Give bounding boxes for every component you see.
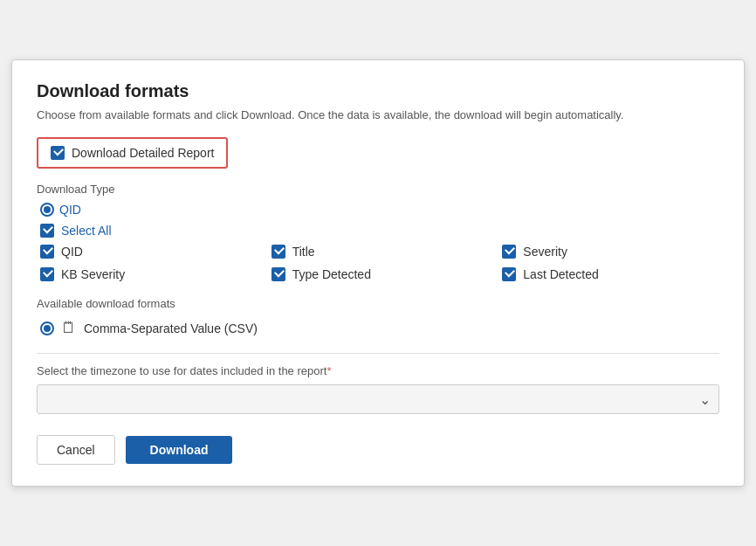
col-severity[interactable]: Severity (502, 245, 719, 259)
col-kb-severity-checkbox[interactable] (40, 267, 54, 281)
col-last-detected[interactable]: Last Detected (502, 267, 719, 281)
download-button[interactable]: Download (126, 436, 233, 464)
cancel-button[interactable]: Cancel (37, 435, 115, 465)
col-title-label: Title (292, 245, 315, 259)
csv-icon: 🗒 (61, 319, 77, 337)
col-type-detected[interactable]: Type Detected (271, 267, 489, 281)
select-all-label[interactable]: Select All (61, 224, 112, 238)
col-title[interactable]: Title (271, 245, 489, 259)
col-qid-checkbox[interactable] (40, 245, 54, 259)
csv-label[interactable]: Comma-Separated Value (CSV) (84, 321, 258, 335)
timezone-select-wrapper[interactable]: UTC America/New_York America/Chicago Ame… (37, 384, 719, 414)
download-detailed-report-checkbox[interactable] (51, 146, 65, 160)
timezone-select[interactable]: UTC America/New_York America/Chicago Ame… (37, 384, 719, 414)
col-type-detected-label: Type Detected (292, 267, 371, 281)
col-qid[interactable]: QID (40, 245, 258, 259)
csv-radio[interactable] (40, 321, 54, 335)
radio-qid[interactable] (40, 203, 54, 217)
columns-grid: QID Title Severity KB Severity Type Dete… (40, 245, 719, 281)
available-formats-label: Available download formats (37, 297, 719, 310)
col-title-checkbox[interactable] (271, 245, 285, 259)
col-last-detected-checkbox[interactable] (502, 267, 516, 281)
col-severity-label: Severity (523, 245, 567, 259)
col-severity-checkbox[interactable] (502, 245, 516, 259)
divider (37, 353, 719, 354)
download-detailed-report-label[interactable]: Download Detailed Report (72, 146, 214, 160)
download-type-label: Download Type (37, 183, 719, 196)
dialog-subtitle: Choose from available formats and click … (37, 108, 719, 121)
col-kb-severity[interactable]: KB Severity (40, 267, 258, 281)
timezone-label: Select the timezone to use for dates inc… (37, 364, 719, 377)
select-all-checkbox[interactable] (40, 224, 54, 238)
download-detailed-report-row[interactable]: Download Detailed Report (37, 137, 228, 169)
col-type-detected-checkbox[interactable] (271, 267, 285, 281)
col-last-detected-label: Last Detected (523, 267, 598, 281)
csv-row[interactable]: 🗒 Comma-Separated Value (CSV) (40, 319, 719, 337)
download-dialog: Download formats Choose from available f… (11, 59, 745, 487)
radio-qid-row[interactable]: QID (40, 203, 719, 217)
col-qid-label: QID (61, 245, 83, 259)
select-all-row[interactable]: Select All (40, 224, 719, 238)
radio-qid-label[interactable]: QID (59, 203, 81, 217)
dialog-title: Download formats (37, 81, 719, 101)
col-kb-severity-label: KB Severity (61, 267, 125, 281)
buttons-row: Cancel Download (37, 435, 719, 465)
